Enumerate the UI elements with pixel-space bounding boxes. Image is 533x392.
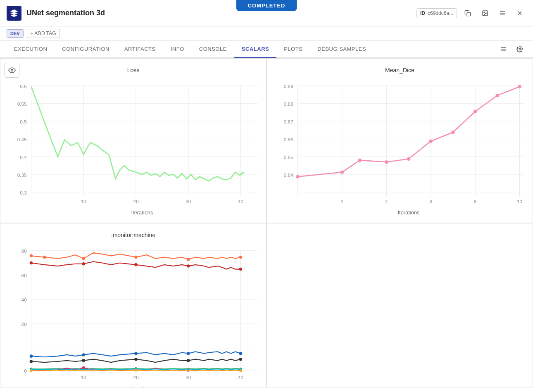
svg-point-101 [134,263,138,266]
svg-point-106 [134,352,138,355]
monitor-chart-svg: 80 60 40 20 0 10 20 30 40 Iterations [5,242,262,388]
svg-point-125 [30,369,32,372]
svg-point-118 [82,366,85,368]
svg-text:10: 10 [81,199,87,204]
svg-point-12 [11,69,13,71]
dev-tag: DEV [7,29,24,38]
svg-rect-0 [467,12,471,16]
tab-info[interactable]: INFO [163,41,192,58]
svg-point-99 [30,261,33,264]
copy-button[interactable] [461,7,474,20]
menu-button[interactable] [496,7,509,20]
svg-text:0: 0 [24,368,27,373]
svg-text:20: 20 [21,321,27,327]
mean-dice-chart-panel: Mean_Dice 0.89 0.88 0.87 0.86 0.85 0.84 [266,58,533,223]
svg-point-126 [135,369,137,371]
svg-point-103 [239,267,243,271]
tab-debug-samples[interactable]: DEBUG SAMPLES [310,41,374,58]
svg-text:0.6: 0.6 [20,83,27,89]
svg-text:40: 40 [238,199,244,204]
tab-plots[interactable]: PLOTS [276,41,310,58]
svg-text:0.55: 0.55 [17,101,27,107]
svg-text:0.86: 0.86 [284,137,293,143]
id-badge[interactable]: ID c69ddc8a... [416,8,457,18]
page-title: UNet segmentation 3d [26,9,416,17]
tab-console[interactable]: CONSOLE [192,41,234,58]
svg-text:0.85: 0.85 [284,154,293,160]
settings-icon [516,46,523,52]
tab-execution[interactable]: EXECUTION [7,41,55,58]
close-button[interactable] [513,7,526,20]
mean-dice-chart-title: Mean_Dice [271,67,528,74]
svg-point-102 [187,264,190,268]
svg-text:20: 20 [133,374,139,380]
svg-point-62 [296,175,300,178]
svg-text:60: 60 [21,272,27,278]
main-content: Loss 0.6 0.55 0.5 0.45 0.4 0.35 0.3 [0,58,533,387]
add-tag-button[interactable]: + ADD TAG [27,29,60,38]
eye-icon [8,67,16,74]
svg-text:0.45: 0.45 [17,137,27,143]
svg-point-95 [82,257,85,260]
mean-dice-chart-svg: 0.89 0.88 0.87 0.86 0.85 0.84 2 4 6 8 10… [271,77,528,228]
tag-row: DEV + ADD TAG [0,26,533,41]
copy-icon [464,10,471,17]
id-value: c69ddc8a... [428,10,453,16]
svg-text:40: 40 [21,297,27,303]
tab-artifacts[interactable]: ARTIFACTS [117,41,163,58]
loss-chart-svg: 0.6 0.55 0.5 0.45 0.4 0.35 0.3 10 20 30 … [5,77,262,228]
app-logo [7,6,21,21]
menu-icon [499,10,506,17]
close-icon [516,10,523,17]
svg-point-64 [358,159,362,162]
monitor-chart-panel: :monitor:machine 80 60 40 20 0 10 20 30 [0,223,266,388]
svg-point-93 [30,254,33,257]
list-icon [500,46,507,52]
tab-configuration[interactable]: CONFIGURATION [55,41,117,58]
svg-point-66 [407,157,411,161]
svg-point-112 [187,359,190,362]
svg-point-98 [239,255,243,259]
svg-text:Iterations: Iterations [131,209,153,216]
svg-point-110 [82,359,85,362]
svg-text:80: 80 [21,248,27,254]
svg-point-69 [474,109,477,113]
svg-text:4: 4 [385,199,388,204]
eye-button[interactable] [5,63,19,78]
svg-text:8: 8 [474,199,477,204]
svg-text:0.5: 0.5 [20,119,27,125]
svg-point-107 [187,352,190,355]
svg-point-100 [82,262,85,265]
svg-point-104 [30,354,33,358]
svg-text:0.87: 0.87 [284,119,293,125]
header-actions: ID c69ddc8a... [416,7,526,20]
nav-right-actions [497,43,526,56]
svg-point-108 [239,352,243,355]
svg-point-127 [239,369,242,372]
monitor-chart-title: :monitor:machine [5,232,262,238]
svg-point-97 [187,258,190,261]
svg-text:10: 10 [517,199,523,204]
settings-button[interactable] [513,43,526,56]
svg-point-68 [451,131,455,134]
svg-point-111 [134,357,138,361]
svg-text:0.89: 0.89 [284,83,293,89]
svg-point-67 [429,139,433,143]
nav-tabs: EXECUTION CONFIGURATION ARTIFACTS INFO C… [0,41,533,58]
svg-text:0.35: 0.35 [17,172,27,178]
list-view-button[interactable] [497,43,510,56]
loss-chart-title: Loss [5,67,262,74]
svg-text:2: 2 [341,199,344,204]
empty-chart-panel [266,223,533,388]
svg-point-71 [518,85,521,88]
logo-icon [10,9,19,18]
svg-text:Iterations: Iterations [397,209,419,216]
svg-point-63 [340,171,344,174]
svg-text:20: 20 [133,199,139,204]
tab-scalars[interactable]: SCALARS [234,41,276,58]
svg-text:30: 30 [186,199,191,204]
image-button[interactable] [478,7,492,20]
svg-point-109 [30,360,33,363]
svg-text:0.88: 0.88 [284,101,293,107]
svg-text:Iterations: Iterations [131,385,153,387]
